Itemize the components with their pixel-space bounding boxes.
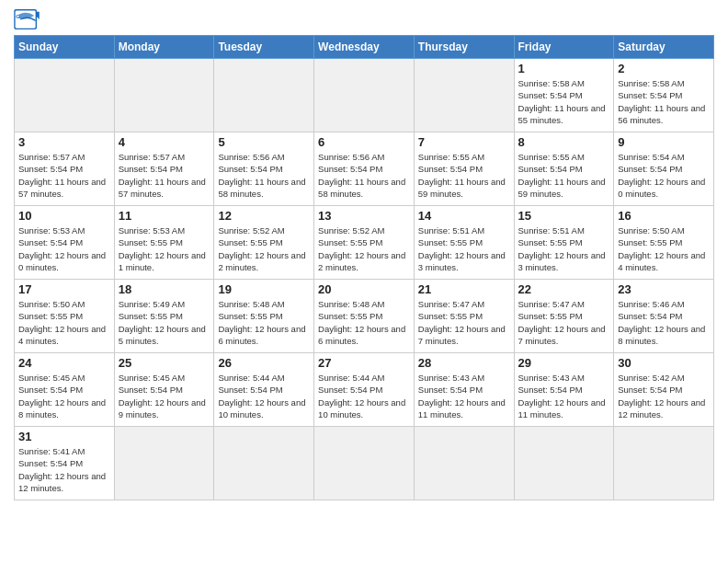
calendar-cell: 17Sunrise: 5:50 AM Sunset: 5:55 PM Dayli… (15, 280, 115, 353)
calendar-cell: 25Sunrise: 5:45 AM Sunset: 5:54 PM Dayli… (114, 353, 214, 427)
calendar-cell: 6Sunrise: 5:56 AM Sunset: 5:54 PM Daylig… (314, 132, 415, 206)
day-number: 6 (318, 135, 410, 149)
weekday-header-monday: Monday (114, 36, 214, 59)
calendar-week-5: 24Sunrise: 5:45 AM Sunset: 5:54 PM Dayli… (15, 353, 714, 427)
day-info: Sunrise: 5:58 AM Sunset: 5:54 PM Dayligh… (518, 77, 610, 126)
day-info: Sunrise: 5:57 AM Sunset: 5:54 PM Dayligh… (119, 151, 210, 200)
calendar-cell: 12Sunrise: 5:52 AM Sunset: 5:55 PM Dayli… (214, 206, 314, 280)
calendar-cell (414, 427, 514, 500)
calendar-cell: 8Sunrise: 5:55 AM Sunset: 5:54 PM Daylig… (514, 132, 614, 206)
generalblue-logo-icon: G (14, 9, 40, 29)
calendar-week-2: 3Sunrise: 5:57 AM Sunset: 5:54 PM Daylig… (15, 132, 714, 206)
calendar-cell: 13Sunrise: 5:52 AM Sunset: 5:55 PM Dayli… (314, 206, 415, 280)
day-info: Sunrise: 5:55 AM Sunset: 5:54 PM Dayligh… (518, 151, 610, 200)
calendar-cell: 23Sunrise: 5:46 AM Sunset: 5:54 PM Dayli… (614, 280, 714, 353)
calendar-cell: 1Sunrise: 5:58 AM Sunset: 5:54 PM Daylig… (514, 59, 614, 132)
calendar-cell: 9Sunrise: 5:54 AM Sunset: 5:54 PM Daylig… (614, 132, 714, 206)
day-number: 25 (119, 356, 210, 370)
day-info: Sunrise: 5:53 AM Sunset: 5:54 PM Dayligh… (18, 224, 110, 273)
calendar-cell: 22Sunrise: 5:47 AM Sunset: 5:55 PM Dayli… (514, 280, 614, 353)
day-number: 18 (119, 282, 210, 296)
calendar-cell: 31Sunrise: 5:41 AM Sunset: 5:54 PM Dayli… (15, 427, 115, 500)
calendar-week-6: 31Sunrise: 5:41 AM Sunset: 5:54 PM Dayli… (15, 427, 714, 500)
day-info: Sunrise: 5:48 AM Sunset: 5:55 PM Dayligh… (218, 298, 310, 347)
day-number: 23 (618, 282, 710, 296)
calendar-cell (314, 59, 415, 132)
day-number: 13 (318, 209, 410, 223)
weekday-header-saturday: Saturday (614, 36, 714, 59)
page-header: G (14, 9, 714, 29)
calendar-cell: 5Sunrise: 5:56 AM Sunset: 5:54 PM Daylig… (214, 132, 314, 206)
calendar-cell: 11Sunrise: 5:53 AM Sunset: 5:55 PM Dayli… (114, 206, 214, 280)
day-number: 5 (218, 135, 310, 149)
day-info: Sunrise: 5:47 AM Sunset: 5:55 PM Dayligh… (518, 298, 610, 347)
day-number: 2 (618, 62, 710, 75)
day-number: 12 (218, 209, 310, 223)
day-number: 7 (418, 135, 510, 149)
day-info: Sunrise: 5:54 AM Sunset: 5:54 PM Dayligh… (618, 151, 710, 200)
weekday-header-sunday: Sunday (15, 36, 115, 59)
day-info: Sunrise: 5:51 AM Sunset: 5:55 PM Dayligh… (518, 224, 610, 273)
day-number: 22 (518, 282, 610, 296)
day-info: Sunrise: 5:41 AM Sunset: 5:54 PM Dayligh… (18, 445, 110, 494)
calendar-cell (114, 427, 214, 500)
day-info: Sunrise: 5:42 AM Sunset: 5:54 PM Dayligh… (618, 372, 710, 420)
calendar-week-4: 17Sunrise: 5:50 AM Sunset: 5:55 PM Dayli… (15, 280, 714, 353)
day-number: 16 (618, 209, 710, 223)
day-number: 4 (119, 135, 210, 149)
calendar-cell (514, 427, 614, 500)
day-info: Sunrise: 5:56 AM Sunset: 5:54 PM Dayligh… (318, 151, 410, 200)
day-info: Sunrise: 5:50 AM Sunset: 5:55 PM Dayligh… (618, 224, 710, 273)
calendar-cell (414, 59, 514, 132)
calendar-cell: 14Sunrise: 5:51 AM Sunset: 5:55 PM Dayli… (414, 206, 514, 280)
calendar-cell: 30Sunrise: 5:42 AM Sunset: 5:54 PM Dayli… (614, 353, 714, 427)
day-info: Sunrise: 5:45 AM Sunset: 5:54 PM Dayligh… (18, 372, 110, 420)
calendar-cell (214, 427, 314, 500)
calendar-cell: 16Sunrise: 5:50 AM Sunset: 5:55 PM Dayli… (614, 206, 714, 280)
calendar-cell: 26Sunrise: 5:44 AM Sunset: 5:54 PM Dayli… (214, 353, 314, 427)
day-number: 20 (318, 282, 410, 296)
weekday-header-thursday: Thursday (414, 36, 514, 59)
calendar-cell: 2Sunrise: 5:58 AM Sunset: 5:54 PM Daylig… (614, 59, 714, 132)
day-info: Sunrise: 5:52 AM Sunset: 5:55 PM Dayligh… (218, 224, 310, 273)
weekday-header-row: SundayMondayTuesdayWednesdayThursdayFrid… (15, 36, 714, 59)
day-number: 1 (518, 62, 610, 75)
day-info: Sunrise: 5:49 AM Sunset: 5:55 PM Dayligh… (119, 298, 210, 347)
calendar-cell: 24Sunrise: 5:45 AM Sunset: 5:54 PM Dayli… (15, 353, 115, 427)
day-info: Sunrise: 5:58 AM Sunset: 5:54 PM Dayligh… (618, 77, 710, 126)
day-info: Sunrise: 5:48 AM Sunset: 5:55 PM Dayligh… (318, 298, 410, 347)
calendar-cell: 21Sunrise: 5:47 AM Sunset: 5:55 PM Dayli… (414, 280, 514, 353)
weekday-header-friday: Friday (514, 36, 614, 59)
calendar-cell (15, 59, 115, 132)
calendar-cell (214, 59, 314, 132)
day-info: Sunrise: 5:57 AM Sunset: 5:54 PM Dayligh… (18, 151, 110, 200)
day-info: Sunrise: 5:50 AM Sunset: 5:55 PM Dayligh… (18, 298, 110, 347)
calendar-cell: 19Sunrise: 5:48 AM Sunset: 5:55 PM Dayli… (214, 280, 314, 353)
day-number: 28 (418, 356, 510, 370)
day-info: Sunrise: 5:47 AM Sunset: 5:55 PM Dayligh… (418, 298, 510, 347)
calendar-cell: 15Sunrise: 5:51 AM Sunset: 5:55 PM Dayli… (514, 206, 614, 280)
logo: G (14, 9, 43, 29)
day-number: 9 (618, 135, 710, 149)
day-info: Sunrise: 5:44 AM Sunset: 5:54 PM Dayligh… (218, 372, 310, 420)
calendar-cell: 10Sunrise: 5:53 AM Sunset: 5:54 PM Dayli… (15, 206, 115, 280)
day-info: Sunrise: 5:45 AM Sunset: 5:54 PM Dayligh… (119, 372, 210, 420)
day-number: 26 (218, 356, 310, 370)
day-info: Sunrise: 5:44 AM Sunset: 5:54 PM Dayligh… (318, 372, 410, 420)
day-number: 17 (18, 282, 110, 296)
weekday-header-wednesday: Wednesday (314, 36, 415, 59)
day-number: 24 (18, 356, 110, 370)
day-info: Sunrise: 5:51 AM Sunset: 5:55 PM Dayligh… (418, 224, 510, 273)
calendar-cell: 28Sunrise: 5:43 AM Sunset: 5:54 PM Dayli… (414, 353, 514, 427)
day-number: 27 (318, 356, 410, 370)
calendar-week-1: 1Sunrise: 5:58 AM Sunset: 5:54 PM Daylig… (15, 59, 714, 132)
calendar-cell (314, 427, 415, 500)
calendar-cell: 27Sunrise: 5:44 AM Sunset: 5:54 PM Dayli… (314, 353, 415, 427)
day-info: Sunrise: 5:53 AM Sunset: 5:55 PM Dayligh… (119, 224, 210, 273)
calendar-cell (614, 427, 714, 500)
day-number: 10 (18, 209, 110, 223)
day-number: 3 (18, 135, 110, 149)
calendar-cell: 20Sunrise: 5:48 AM Sunset: 5:55 PM Dayli… (314, 280, 415, 353)
day-info: Sunrise: 5:46 AM Sunset: 5:54 PM Dayligh… (618, 298, 710, 347)
day-info: Sunrise: 5:43 AM Sunset: 5:54 PM Dayligh… (518, 372, 610, 420)
